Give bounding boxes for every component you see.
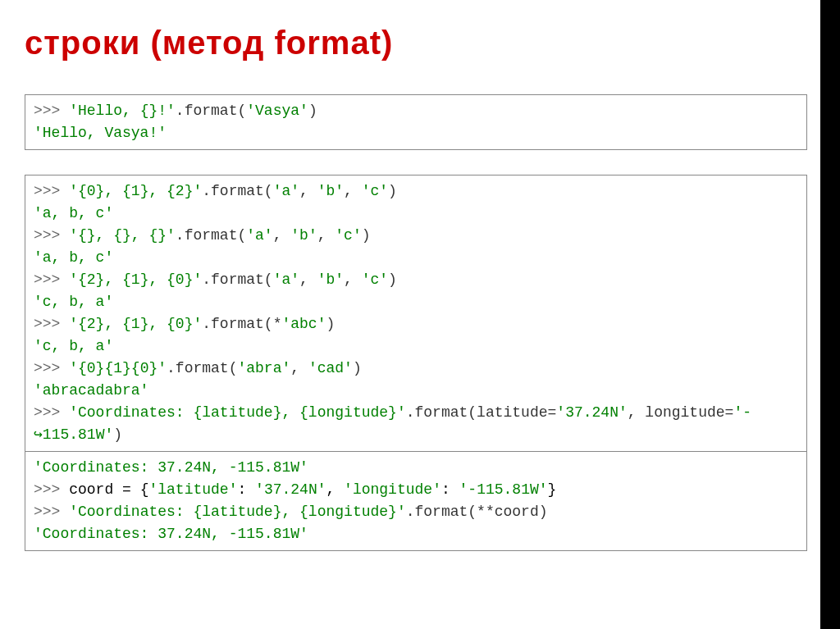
output-line: 'Coordinates: 37.24N, -115.81W': [34, 457, 798, 479]
string-arg: 'a': [273, 183, 299, 199]
paren-close: ): [326, 316, 335, 332]
paren-close: ): [362, 227, 371, 244]
string-arg: 'a': [273, 271, 299, 288]
method-call: .format(latitude=: [406, 404, 557, 421]
prompt: >>>: [34, 481, 69, 498]
string-arg: 'a': [246, 227, 272, 244]
output-line: 'Coordinates: 37.24N, -115.81W': [34, 523, 798, 545]
method-call: .format(*: [202, 316, 281, 332]
string-literal: '{2}, {1}, {0}': [69, 316, 202, 332]
method-call: .format(: [202, 183, 272, 199]
string-arg: 'c': [335, 227, 361, 244]
paren-close: ): [353, 360, 362, 376]
code-line-continuation: ↪115.81W'): [34, 424, 798, 446]
string-arg: '-: [733, 404, 751, 421]
output-line: 'c, b, a': [34, 335, 798, 358]
paren-close: ): [113, 426, 122, 443]
output-line: 'c, b, a': [34, 291, 798, 313]
prompt: >>>: [34, 360, 69, 376]
code-line: >>> coord = {'latitude': '37.24N', 'long…: [34, 479, 798, 501]
output-line: 'abracadabra': [34, 380, 798, 402]
brace-close: }: [548, 481, 557, 498]
comma: ,: [273, 227, 291, 244]
continuation-arrow-icon: ↪: [34, 426, 43, 443]
string-arg: 'b': [317, 271, 344, 288]
string-arg: '37.24N': [556, 404, 627, 421]
prompt: >>>: [34, 227, 69, 244]
prompt: >>>: [34, 404, 69, 421]
code-block-2: >>> '{0}, {1}, {2}'.format('a', 'b', 'c'…: [25, 175, 807, 451]
comma: ,: [317, 227, 336, 244]
colon: :: [441, 481, 459, 498]
string-arg: 'abra': [237, 360, 290, 376]
method-call: .format(: [176, 227, 246, 244]
prompt: >>>: [34, 103, 69, 119]
code-line: >>> 'Hello, {}!'.format('Vasya'): [34, 100, 798, 122]
dict-value: '-115.81W': [459, 481, 548, 498]
prompt: >>>: [34, 504, 69, 520]
string-arg: 'c': [362, 271, 388, 288]
method-call: .format(**coord): [406, 504, 548, 520]
code-line: >>> '{}, {}, {}'.format('a', 'b', 'c'): [34, 225, 798, 247]
output-line: 'Hello, Vasya!': [34, 122, 798, 144]
string-literal: '{2}, {1}, {0}': [69, 271, 202, 288]
code-line: >>> '{2}, {1}, {0}'.format('a', 'b', 'c'…: [34, 269, 798, 291]
dict-key: 'latitude': [148, 481, 237, 498]
output-line: 'a, b, c': [34, 247, 798, 269]
method-call: .format(: [202, 271, 272, 288]
string-literal: '{}, {}, {}': [69, 227, 176, 244]
comma: , longitude=: [628, 404, 734, 421]
code-block-1: >>> 'Hello, {}!'.format('Vasya') 'Hello,…: [25, 94, 807, 150]
method-call: .format(: [167, 360, 237, 376]
code-line: >>> 'Coordinates: {latitude}, {longitude…: [34, 501, 798, 523]
comma: ,: [290, 360, 308, 376]
code-line: >>> '{0}, {1}, {2}'.format('a', 'b', 'c'…: [34, 180, 798, 203]
string-literal: 'Coordinates: {latitude}, {longitude}': [69, 504, 405, 520]
dict-value: '37.24N': [255, 481, 326, 498]
string-arg: 'b': [317, 183, 344, 199]
string-literal: 'Hello, {}!': [69, 103, 176, 119]
assignment: coord = {: [69, 481, 148, 498]
paren-close: ): [308, 103, 317, 119]
string-arg: 'Vasya': [246, 103, 308, 119]
string-arg: 'cad': [308, 360, 353, 376]
prompt: >>>: [34, 183, 69, 199]
code-block-3: 'Coordinates: 37.24N, -115.81W' >>> coor…: [25, 451, 807, 551]
dict-key: 'longitude': [344, 481, 441, 498]
code-line: >>> '{2}, {1}, {0}'.format(*'abc'): [34, 313, 798, 335]
output-line: 'a, b, c': [34, 203, 798, 225]
slide-title: строки (метод format): [25, 25, 807, 62]
prompt: >>>: [34, 271, 69, 288]
string-arg: 'b': [290, 227, 317, 244]
paren-close: ): [388, 271, 397, 288]
string-arg: 115.81W': [43, 426, 113, 443]
string-literal: 'Coordinates: {latitude}, {longitude}': [69, 404, 405, 421]
string-arg: 'c': [362, 183, 388, 199]
comma: ,: [344, 271, 362, 288]
colon: :: [237, 481, 255, 498]
method-call: .format(: [176, 103, 246, 119]
paren-close: ): [388, 183, 397, 199]
code-line: >>> 'Coordinates: {latitude}, {longitude…: [34, 402, 798, 424]
right-sidebar-decoration: [820, 0, 840, 629]
comma: ,: [299, 271, 317, 288]
string-literal: '{0}, {1}, {2}': [69, 183, 202, 199]
comma: ,: [299, 183, 317, 199]
prompt: >>>: [34, 316, 69, 332]
string-literal: '{0}{1}{0}': [69, 360, 167, 376]
string-arg: 'abc': [281, 316, 326, 332]
comma: ,: [326, 481, 345, 498]
code-line: >>> '{0}{1}{0}'.format('abra', 'cad'): [34, 358, 798, 380]
comma: ,: [344, 183, 362, 199]
